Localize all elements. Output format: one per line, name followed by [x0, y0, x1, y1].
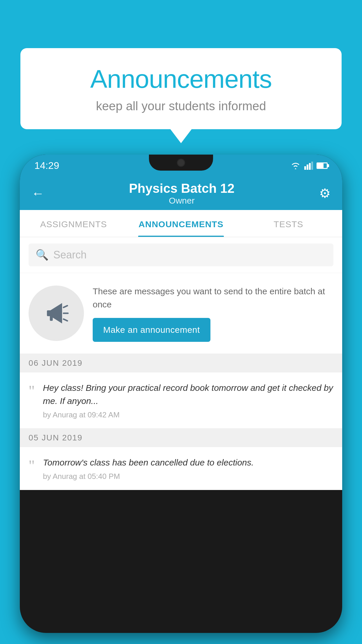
announcement-text-1: Hey class! Bring your practical record b… [43, 381, 333, 407]
bubble-title: Announcements [38, 64, 324, 94]
search-placeholder: Search [53, 249, 87, 261]
search-bar: 🔍 Search [20, 237, 342, 273]
svg-rect-2 [309, 163, 311, 170]
announcement-item-1[interactable]: " Hey class! Bring your practical record… [20, 372, 342, 428]
speech-bubble: Announcements keep all your students inf… [20, 48, 342, 129]
bubble-subtitle: keep all your students informed [38, 99, 324, 113]
front-camera [177, 159, 185, 167]
phone-frame: 14:29 [20, 155, 342, 633]
signal-icon [304, 162, 313, 170]
quote-icon-1: " [29, 384, 35, 399]
announcement-meta-2: by Anurag at 05:40 PM [43, 472, 333, 481]
announcement-meta-1: by Anurag at 09:42 AM [43, 410, 333, 419]
make-announcement-button[interactable]: Make an announcement [93, 318, 210, 342]
promo-icon-circle [29, 286, 84, 341]
announcement-body-1: Hey class! Bring your practical record b… [43, 381, 333, 419]
announcement-item-2[interactable]: " Tomorrow's class has been cancelled du… [20, 447, 342, 490]
tab-tests[interactable]: TESTS [235, 210, 342, 237]
svg-line-7 [64, 306, 67, 307]
announcement-text-2: Tomorrow's class has been cancelled due … [43, 456, 333, 469]
phone-wrapper: 14:29 [20, 155, 342, 644]
header-subtitle: Owner [129, 196, 235, 206]
phone-notch [149, 155, 213, 171]
status-icons [290, 162, 328, 170]
quote-icon-2: " [29, 458, 35, 473]
svg-rect-1 [307, 164, 308, 170]
date-separator-2: 05 JUN 2019 [20, 428, 342, 447]
settings-icon[interactable]: ⚙ [319, 186, 331, 201]
wifi-icon [290, 162, 301, 170]
battery-icon [317, 162, 328, 169]
promo-section: These are messages you want to send to t… [20, 273, 342, 354]
status-time: 14:29 [34, 160, 59, 171]
tabs-bar: ASSIGNMENTS ANNOUNCEMENTS TESTS [20, 210, 342, 237]
app-header: ← Physics Batch 12 Owner ⚙ [20, 176, 342, 210]
search-input-wrapper[interactable]: 🔍 Search [29, 244, 333, 266]
tab-assignments[interactable]: ASSIGNMENTS [20, 210, 127, 237]
tab-announcements[interactable]: ANNOUNCEMENTS [127, 210, 235, 237]
svg-rect-0 [304, 166, 306, 170]
date-separator-1: 06 JUN 2019 [20, 354, 342, 372]
svg-rect-3 [311, 162, 313, 170]
header-title: Physics Batch 12 [129, 181, 235, 196]
promo-description: These are messages you want to send to t… [93, 285, 333, 311]
search-icon: 🔍 [36, 249, 49, 261]
back-button[interactable]: ← [31, 186, 44, 201]
speech-bubble-container: Announcements keep all your students inf… [20, 48, 342, 129]
phone-content: 🔍 Search T [20, 237, 342, 490]
promo-right: These are messages you want to send to t… [93, 285, 333, 342]
header-center: Physics Batch 12 Owner [129, 181, 235, 206]
svg-rect-6 [50, 316, 53, 321]
megaphone-icon [42, 299, 71, 328]
announcement-body-2: Tomorrow's class has been cancelled due … [43, 456, 333, 481]
svg-line-9 [64, 319, 67, 321]
svg-rect-5 [47, 310, 51, 316]
